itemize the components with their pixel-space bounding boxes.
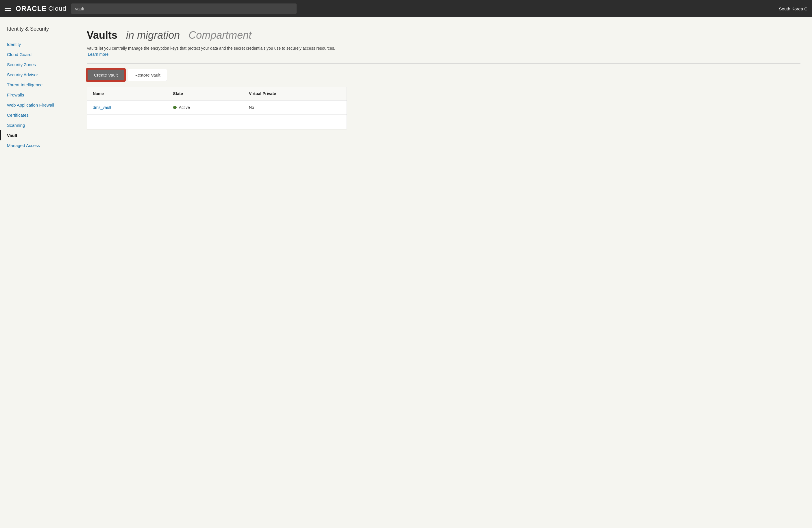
page-title-compartment: Compartment [188, 29, 251, 41]
column-header-state: State [168, 87, 243, 100]
vaults-table-container: Name State Virtual Private dms_vault [87, 87, 347, 130]
table-row: dms_vault Active No [87, 100, 347, 115]
status-text: Active [179, 105, 190, 110]
description-text: Vaults let you centrally manage the encr… [87, 46, 335, 50]
sidebar: Identity & Security Identity Cloud Guard… [0, 17, 75, 528]
sidebar-item-security-zones[interactable]: Security Zones [0, 60, 75, 70]
sidebar-item-web-application-firewall[interactable]: Web Application Firewall [0, 100, 75, 110]
cell-name: dms_vault [87, 100, 168, 115]
page-description: Vaults let you centrally manage the encr… [87, 45, 347, 58]
table-empty-row [87, 115, 347, 129]
sidebar-item-security-advisor[interactable]: Security Advisor [0, 70, 75, 80]
sidebar-item-threat-intelligence[interactable]: Threat Intelligence [0, 80, 75, 90]
search-input[interactable] [71, 3, 296, 14]
sidebar-item-firewalls[interactable]: Firewalls [0, 90, 75, 100]
vault-name-link[interactable]: dms_vault [93, 105, 111, 110]
oracle-logo: ORACLE Cloud [16, 5, 67, 13]
table-header-row: Name State Virtual Private [87, 87, 347, 100]
main-content: Vaults in migration Compartment Vaults l… [75, 17, 812, 528]
status-dot [173, 106, 177, 109]
sidebar-item-scanning[interactable]: Scanning [0, 120, 75, 130]
sidebar-title: Identity & Security [0, 26, 75, 37]
cloud-text: Cloud [48, 5, 66, 12]
restore-vault-button[interactable]: Restore Vault [128, 69, 167, 81]
sidebar-item-managed-access[interactable]: Managed Access [0, 140, 75, 150]
column-header-virtual-private: Virtual Private [243, 87, 347, 100]
main-layout: Identity & Security Identity Cloud Guard… [0, 17, 812, 528]
create-vault-button[interactable]: Create Vault [87, 69, 125, 81]
page-title: Vaults in migration Compartment [87, 29, 800, 41]
oracle-text: ORACLE [16, 5, 46, 13]
sidebar-item-identity[interactable]: Identity [0, 39, 75, 49]
header: ORACLE Cloud South Korea C [0, 0, 812, 17]
vaults-table: Name State Virtual Private dms_vault [87, 87, 347, 129]
cell-state: Active [168, 100, 243, 115]
column-header-name: Name [87, 87, 168, 100]
sidebar-item-vault[interactable]: Vault [0, 130, 75, 140]
page-title-vaults: Vaults [87, 29, 117, 41]
menu-icon[interactable] [5, 6, 11, 11]
learn-more-link[interactable]: Learn more [88, 52, 109, 57]
sidebar-item-certificates[interactable]: Certificates [0, 110, 75, 120]
status-cell: Active [173, 105, 237, 110]
cell-virtual-private: No [243, 100, 347, 115]
page-title-in-migration: in migration [126, 29, 180, 41]
empty-cell [87, 115, 347, 129]
region-label[interactable]: South Korea C [779, 6, 807, 11]
sidebar-item-cloud-guard[interactable]: Cloud Guard [0, 49, 75, 60]
action-buttons: Create Vault Restore Vault [87, 69, 800, 81]
